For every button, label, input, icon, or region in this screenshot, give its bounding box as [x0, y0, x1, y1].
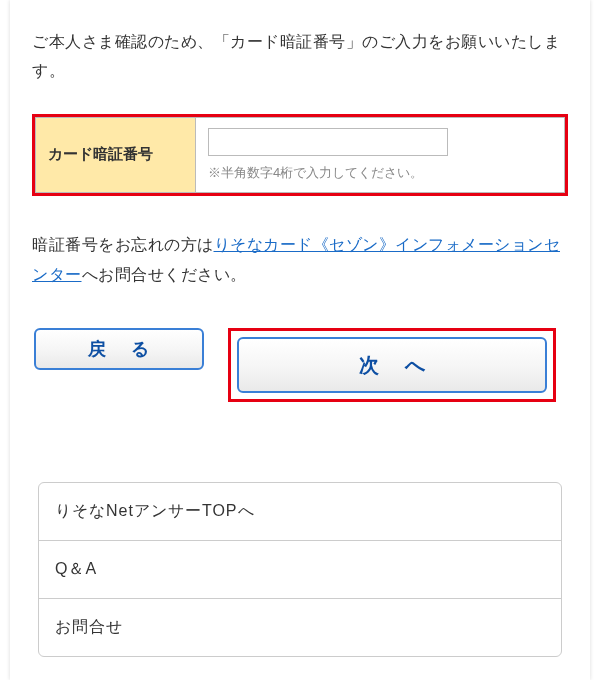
- link-contact[interactable]: お問合せ: [39, 599, 561, 656]
- link-netanswer-top[interactable]: りそなNetアンサーTOPへ: [39, 483, 561, 541]
- forgot-suffix: へお問合せください。: [82, 266, 247, 283]
- forgot-pin-text: 暗証番号をお忘れの方はりそなカード《セゾン》インフォメーションセンターへお問合せ…: [32, 230, 568, 291]
- instruction-text: ご本人さま確認のため、「カード暗証番号」のご入力をお願いいたします。: [32, 28, 568, 86]
- next-button[interactable]: 次 へ: [237, 337, 547, 393]
- link-qa[interactable]: Q＆A: [39, 541, 561, 599]
- pin-input[interactable]: [208, 128, 448, 156]
- pin-input-note: ※半角数字4桁で入力してください。: [208, 164, 552, 182]
- back-button[interactable]: 戻 る: [34, 328, 204, 370]
- button-row: 戻 る 次 へ: [32, 328, 568, 402]
- next-button-highlight: 次 へ: [228, 328, 556, 402]
- pin-form-table: カード暗証番号 ※半角数字4桁で入力してください。: [35, 117, 565, 193]
- footer-link-list: りそなNetアンサーTOPへ Q＆A お問合せ: [38, 482, 562, 657]
- pin-input-cell: ※半角数字4桁で入力してください。: [196, 117, 565, 192]
- content-panel: ご本人さま確認のため、「カード暗証番号」のご入力をお願いいたします。 カード暗証…: [10, 0, 590, 680]
- forgot-prefix: 暗証番号をお忘れの方は: [32, 236, 214, 253]
- pin-label: カード暗証番号: [36, 117, 196, 192]
- pin-input-section: カード暗証番号 ※半角数字4桁で入力してください。: [32, 114, 568, 196]
